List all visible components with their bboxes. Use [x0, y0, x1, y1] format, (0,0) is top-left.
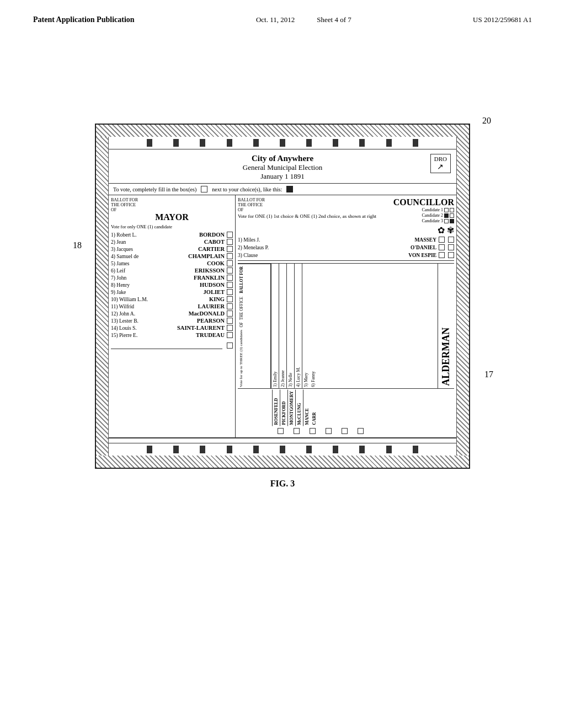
vote-checkbox[interactable]	[227, 325, 233, 331]
candidate-surname: VON ESPIE	[408, 253, 436, 258]
candidate-name: 1) Robert L.	[111, 232, 199, 238]
vote-checkbox[interactable]	[448, 237, 454, 243]
small-box-filled	[450, 219, 454, 223]
ballot-inner: DRO ↗ City of Anywhere General Municipal…	[108, 137, 457, 456]
city-header: DRO ↗ City of Anywhere General Municipal…	[109, 149, 456, 184]
mayor-candidate-9: 9) Jake JOLIET	[111, 289, 233, 295]
mayor-title: MAYOR	[111, 212, 233, 222]
candidate-name: 15) Pierre E.	[111, 333, 196, 338]
alderman-checkbox-3[interactable]	[310, 428, 316, 434]
header-left: Patent Application Publication	[33, 15, 135, 24]
councillor-candidates: 1) Miles J. MASSEY 2) Menelaus	[238, 237, 454, 258]
alderman-checkbox-5[interactable]	[342, 428, 348, 434]
timing-mark	[359, 139, 365, 147]
header-date: Oct. 11, 2012	[256, 15, 295, 24]
vote-checkbox[interactable]	[227, 318, 233, 324]
vote-checkbox[interactable]	[227, 232, 233, 238]
candidate-surname: CHAMPLAIN	[188, 253, 225, 259]
ballot-columns: BALLOT FOR THE OFFICE OF MAYOR Vote for …	[109, 195, 456, 438]
timing-mark	[200, 139, 205, 147]
alderman-name-5: 5) Mary	[302, 264, 310, 388]
small-box-filled	[444, 213, 449, 218]
surname-1: ROSENFELD	[272, 390, 280, 426]
mayor-instruction: Vote for only ONE (1) candidate	[111, 224, 233, 229]
vote-checkbox[interactable]	[227, 260, 233, 266]
alderman-checkbox-4[interactable]	[326, 428, 332, 434]
mayor-candidate-15: 15) Pierre E. TRUDEAU	[111, 332, 233, 338]
left-hatch	[96, 137, 108, 456]
vote-checkbox[interactable]	[227, 267, 233, 274]
candidate-name: 2) Jean	[111, 239, 204, 245]
vote-checkbox[interactable]	[439, 252, 445, 258]
candidate-surname: TRUDEAU	[196, 332, 225, 338]
mayor-write-in	[111, 341, 233, 349]
vote-instruction-row: To vote, completely fill in the box(es) …	[109, 184, 456, 195]
candidate-surname: HUDSON	[200, 282, 225, 288]
election-date: January 1 1891	[114, 172, 451, 181]
surname-2: PICKFORD	[280, 390, 287, 426]
indicator-row-3: Candidate 3	[393, 218, 454, 223]
timing-mark	[413, 139, 418, 147]
ballot-body-wrapper: DRO ↗ City of Anywhere General Municipal…	[96, 137, 469, 456]
header-right: US 2012/259681 A1	[473, 15, 532, 24]
vote-checkbox[interactable]	[439, 237, 445, 243]
vote-checkbox[interactable]	[227, 296, 233, 302]
vote-checkbox[interactable]	[227, 282, 233, 288]
vote-checkbox[interactable]	[227, 311, 233, 317]
vote-checkbox[interactable]	[227, 303, 233, 309]
mayor-ballot-for: BALLOT FOR THE OFFICE OF	[111, 197, 233, 212]
timing-marks-top	[136, 139, 429, 147]
candidate-name: 14) Louis S.	[111, 325, 177, 331]
councillor-candidate-1: 1) Miles J. MASSEY	[238, 237, 454, 243]
mayor-candidate-10: 10) William L.M. KING	[111, 296, 233, 302]
vote-checkbox[interactable]	[227, 289, 233, 295]
vote-checkbox[interactable]	[227, 239, 233, 245]
dro-box: DRO ↗	[430, 154, 451, 173]
candidate-name: 4) Samuel de	[111, 254, 188, 259]
surname-5: MANCE	[303, 390, 311, 426]
timing-mark	[333, 139, 338, 147]
mayor-column: BALLOT FOR THE OFFICE OF MAYOR Vote for …	[109, 195, 236, 437]
alderman-checkbox-2[interactable]	[294, 428, 300, 434]
vote-checkbox[interactable]	[448, 244, 454, 250]
alderman-title: ALDERMAN	[438, 264, 454, 388]
alderman-checkbox-6[interactable]	[358, 428, 364, 434]
vote-checkbox[interactable]	[227, 332, 233, 338]
alderman-names-area: 1) Emily 2) Jeanne 3) Nelle	[271, 264, 454, 388]
alderman-names-rotated: 1) Emily 2) Jeanne 3) Nelle	[271, 264, 438, 388]
councillor-title: COUNCILLOR	[393, 197, 454, 207]
alderman-checkbox-1[interactable]	[278, 428, 284, 434]
candidate-surname: CARTIER	[198, 246, 225, 252]
timing-mark	[359, 446, 365, 453]
indicator-row-2: Candidate 2	[393, 213, 454, 218]
main-content: 20 18 17	[0, 24, 565, 489]
small-box	[450, 208, 454, 212]
right-hatch	[457, 137, 469, 456]
ref-20: 20	[482, 116, 491, 126]
vote-checkbox[interactable]	[227, 246, 233, 252]
small-box	[444, 219, 449, 223]
timing-mark	[147, 139, 152, 147]
vote-checkbox[interactable]	[448, 252, 454, 258]
councillor-for: BALLOT FOR THE OFFICE OF	[238, 197, 376, 212]
councillor-header: BALLOT FOR THE OFFICE OF Vote for ONE (1…	[238, 197, 454, 224]
mayor-candidate-8: 8) Henry HUDSON	[111, 282, 233, 288]
vote-checkbox[interactable]	[227, 342, 233, 349]
candidate-name: 2) Menelaus P.	[238, 245, 411, 250]
timing-mark	[333, 446, 338, 453]
candidate-surname: MASSEY	[414, 237, 436, 243]
timing-mark	[147, 446, 152, 453]
mayor-candidate-11: 11) Wilfrid LAURIER	[111, 303, 233, 309]
bottom-hatch-strip	[96, 456, 469, 468]
ref-17: 17	[484, 370, 493, 379]
vote-checkbox[interactable]	[227, 275, 233, 281]
timing-mark	[173, 446, 179, 453]
mayor-candidate-7: 7) John FRANKLIN	[111, 275, 233, 281]
small-box	[444, 208, 449, 212]
vote-checkbox[interactable]	[227, 253, 233, 259]
vote-checkbox[interactable]	[439, 244, 445, 250]
ref-18: 18	[73, 240, 82, 250]
candidate-surname: LAURIER	[198, 303, 225, 309]
vote-instruction-text: To vote, completely fill in the box(es)	[113, 186, 196, 192]
councillor-boxes	[436, 237, 454, 243]
